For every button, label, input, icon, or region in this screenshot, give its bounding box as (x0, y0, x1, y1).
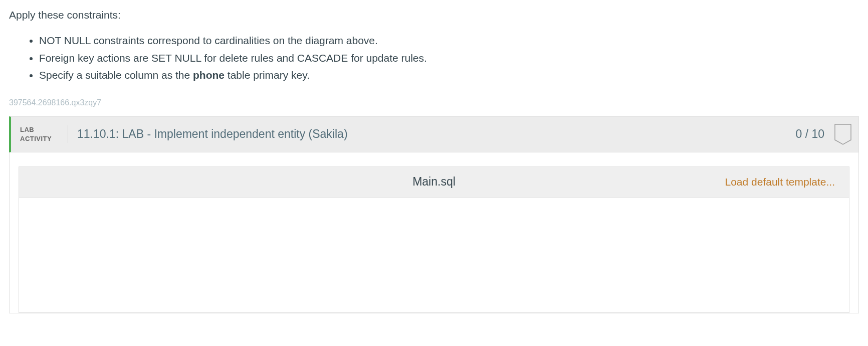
lab-activity-label: LAB ACTIVITY (20, 125, 68, 143)
lab-score: 0 / 10 (795, 127, 824, 141)
constraint-item-2-suffix: table primary key. (225, 69, 310, 81)
editor-container: Main.sql Load default template... (9, 152, 859, 313)
editor-filename: Main.sql (412, 175, 456, 189)
constraint-item-2: Specify a suitable column as the phone t… (39, 67, 859, 84)
instructions-intro: Apply these constraints: (9, 9, 859, 21)
editor-header: Main.sql Load default template... (19, 166, 849, 198)
lab-title: 11.10.1: LAB - Implement independent ent… (77, 127, 795, 141)
code-editor[interactable] (19, 198, 849, 313)
lab-label-line1: LAB (20, 125, 59, 134)
constraint-item-2-prefix: Specify a suitable column as the (39, 69, 193, 81)
constraint-item-2-bold: phone (193, 69, 225, 81)
constraint-item-0: NOT NULL constraints correspond to cardi… (39, 32, 859, 50)
load-default-template-link[interactable]: Load default template... (725, 176, 835, 188)
constraints-list: NOT NULL constraints correspond to cardi… (39, 32, 859, 84)
lab-label-line2: ACTIVITY (20, 134, 59, 143)
lab-activity-bar: LAB ACTIVITY 11.10.1: LAB - Implement in… (9, 116, 859, 152)
constraint-item-1: Foreign key actions are SET NULL for del… (39, 50, 859, 67)
bookmark-icon[interactable] (834, 124, 851, 145)
tracking-id: 397564.2698166.qx3zqy7 (9, 98, 859, 107)
